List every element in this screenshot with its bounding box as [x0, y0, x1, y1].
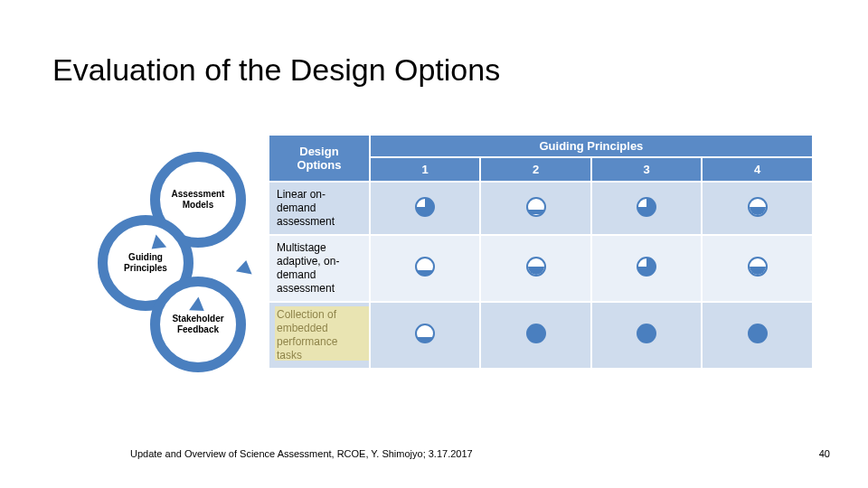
- evaluation-table: Design Options Guiding Principles 1 2 3 …: [268, 134, 814, 370]
- rating-cell: [702, 235, 813, 302]
- cycle-node-label: Guiding Principles: [108, 252, 184, 274]
- header-guiding-principles: Guiding Principles: [370, 135, 813, 157]
- table-row: Linear on-demand assessment: [269, 182, 813, 235]
- row-label: Linear on-demand assessment: [269, 182, 370, 235]
- rating-cell: [480, 302, 591, 369]
- harvey-ball-icon: [637, 197, 656, 217]
- harvey-ball-icon: [526, 197, 546, 217]
- rating-cell: [591, 182, 703, 235]
- cycle-node-stakeholder-feedback: Stakeholder Feedback: [150, 277, 246, 372]
- rating-cell: [702, 302, 813, 369]
- header-col-3: 3: [591, 157, 703, 182]
- slide: Evaluation of the Design Options Assessm…: [0, 0, 868, 488]
- rating-cell: [702, 182, 813, 235]
- rating-cell: [480, 235, 591, 302]
- table-row: Multistage adaptive, on-demand assessmen…: [269, 235, 813, 302]
- slide-title: Evaluation of the Design Options: [52, 52, 500, 88]
- rating-cell: [370, 235, 481, 302]
- row-label: Multistage adaptive, on-demand assessmen…: [269, 235, 370, 302]
- footer-text: Update and Overview of Science Assessmen…: [130, 448, 473, 459]
- rating-cell: [591, 302, 703, 369]
- harvey-ball-icon: [637, 324, 656, 343]
- cycle-arrow-icon: [236, 259, 254, 275]
- cycle-diagram: Assessment Models Guiding Principles Sta…: [98, 152, 269, 358]
- harvey-ball-icon: [526, 257, 546, 277]
- header-design-options: Design Options: [269, 135, 370, 182]
- header-col-4: 4: [702, 157, 813, 182]
- harvey-ball-icon: [748, 324, 768, 343]
- harvey-ball-icon: [526, 324, 546, 343]
- rating-cell: [370, 302, 481, 369]
- row-label-highlighted: Collection of embedded performance tasks: [269, 302, 370, 369]
- rating-cell: [370, 182, 481, 235]
- header-col-1: 1: [370, 157, 481, 182]
- table-row: Collection of embedded performance tasks: [269, 302, 813, 369]
- page-number: 40: [819, 448, 830, 459]
- harvey-ball-icon: [415, 257, 435, 277]
- harvey-ball-icon: [415, 324, 435, 343]
- harvey-ball-icon: [637, 257, 656, 277]
- rating-cell: [480, 182, 591, 235]
- header-col-2: 2: [480, 157, 591, 182]
- cycle-node-label: Assessment Models: [160, 189, 236, 211]
- harvey-ball-icon: [748, 257, 768, 277]
- rating-cell: [591, 235, 703, 302]
- harvey-ball-icon: [415, 197, 435, 217]
- harvey-ball-icon: [748, 197, 768, 217]
